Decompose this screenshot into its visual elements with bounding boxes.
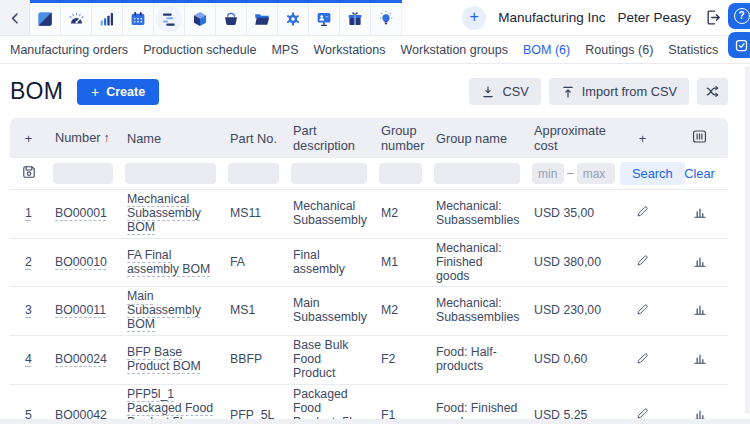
filter-group-number-input[interactable] (379, 163, 422, 184)
bom-number-link[interactable]: BO00024 (55, 352, 107, 366)
csv-export-button[interactable]: CSV (469, 78, 540, 105)
filter-number-input[interactable] (53, 163, 113, 184)
edit-row-button[interactable] (635, 204, 650, 219)
header-part-no[interactable]: Part No. (222, 118, 285, 158)
plus-icon: + (91, 86, 99, 98)
logout-icon (703, 8, 722, 27)
tab-statistics[interactable]: Statistics (668, 43, 718, 57)
header-part-no-label: Part No. (230, 131, 277, 146)
tab-mps[interactable]: MPS (271, 43, 298, 57)
tab-bom[interactable]: BOM (6) (523, 43, 570, 57)
filter-part-description-input[interactable] (291, 163, 367, 184)
page-title: BOM (10, 78, 63, 105)
help-button[interactable]: ? (728, 3, 750, 29)
module-calendar-button[interactable] (123, 3, 154, 35)
row-statistics-button[interactable] (692, 253, 708, 269)
header-number[interactable]: Number↑ (47, 118, 119, 158)
header-add-column-label: + (639, 131, 646, 146)
header-group-number-label: Group number (381, 123, 424, 153)
header-add-column[interactable]: + (614, 118, 671, 158)
production-planning-icon (160, 10, 178, 28)
calendar-icon (129, 10, 147, 28)
row-statistics-button[interactable] (692, 350, 708, 366)
module-rewards-button[interactable] (340, 3, 371, 35)
section-nav: Manufacturing orders Production schedule… (0, 36, 750, 64)
header-approximate-cost[interactable]: Approximate cost (526, 118, 614, 158)
part-no-cell: FA (222, 238, 285, 287)
lightbulb-icon (377, 10, 395, 28)
module-logo-button[interactable] (30, 3, 61, 35)
clear-button[interactable]: Clear (677, 167, 722, 181)
header-name[interactable]: Name (119, 118, 222, 158)
back-button[interactable] (0, 0, 30, 35)
topbar-account-area: + Manufacturing Inc Peter Peasy (462, 0, 750, 35)
module-settings-button[interactable] (278, 3, 309, 35)
row-statistics-button[interactable] (692, 204, 708, 220)
header-number-label: Number (55, 130, 101, 145)
shuffle-button[interactable] (697, 78, 728, 105)
pencil-icon (635, 302, 650, 317)
user-name[interactable]: Peter Peasy (617, 10, 691, 25)
logout-button[interactable] (703, 8, 722, 27)
company-name[interactable]: Manufacturing Inc (498, 10, 605, 25)
quick-add-button[interactable]: + (462, 6, 486, 30)
import-csv-button[interactable]: Import from CSV (549, 78, 689, 105)
row-chart-icon (692, 204, 708, 220)
module-stock-button[interactable] (185, 3, 216, 35)
tab-routings[interactable]: Routings (6) (585, 43, 653, 57)
module-tips-button[interactable] (371, 3, 402, 35)
row-statistics-button[interactable] (692, 301, 708, 317)
module-dashboard-button[interactable] (61, 3, 92, 35)
filter-name-input[interactable] (125, 163, 216, 184)
bom-name-link[interactable]: Main Subassembly BOM (127, 289, 201, 331)
bom-name-link[interactable]: Mechanical Subassembly BOM (127, 192, 201, 234)
module-production-planning-button[interactable] (154, 3, 185, 35)
save-filter-cell[interactable] (10, 158, 47, 190)
header-group-name[interactable]: Group name (428, 118, 526, 158)
checkbox-icon (734, 38, 749, 53)
header-cost-label: Approximate cost (534, 123, 606, 153)
row-index-link[interactable]: 3 (25, 303, 32, 317)
tasks-button[interactable] (728, 32, 750, 58)
page-bottom-strip (0, 419, 750, 424)
module-presentation-button[interactable] (309, 3, 340, 35)
module-procurement-button[interactable] (216, 3, 247, 35)
tab-workstations[interactable]: Workstations (314, 43, 386, 57)
tab-manufacturing-orders[interactable]: Manufacturing orders (10, 43, 128, 57)
bom-name-link[interactable]: BFP Base Product BOM (127, 345, 201, 373)
presentation-icon (315, 10, 333, 28)
cost-min-input[interactable] (532, 163, 564, 184)
module-crm-button[interactable] (247, 3, 278, 35)
edit-row-button[interactable] (635, 302, 650, 317)
bom-number-link[interactable]: BO00010 (55, 255, 107, 269)
header-add-row[interactable]: + (10, 118, 47, 158)
header-column-settings[interactable] (671, 118, 728, 158)
header-group-name-label: Group name (436, 131, 507, 146)
bom-number-link[interactable]: BO00001 (55, 206, 107, 220)
filter-group-name-input[interactable] (434, 163, 520, 184)
row-index-link[interactable]: 2 (25, 255, 32, 269)
app-logo-icon (36, 10, 54, 28)
tab-workstation-groups[interactable]: Workstation groups (401, 43, 508, 57)
create-button[interactable]: + Create (77, 79, 159, 105)
module-statistics-button[interactable] (92, 3, 123, 35)
filter-row: – Search Clear (10, 158, 728, 190)
header-part-description[interactable]: Part description (285, 118, 373, 158)
part-description-cell: Base Bulk Food Product (285, 336, 373, 385)
table-row: 4 BO00024 BFP Base Product BOM BBFP Base… (10, 336, 728, 385)
edit-row-button[interactable] (635, 351, 650, 366)
cost-cell: USD 230,00 (526, 287, 614, 336)
header-add-label: + (25, 131, 32, 146)
module-tiles (30, 0, 402, 35)
edit-row-button[interactable] (635, 253, 650, 268)
filter-part-no-input[interactable] (228, 163, 279, 184)
row-index-link[interactable]: 1 (25, 206, 32, 220)
row-index-link[interactable]: 4 (25, 352, 32, 366)
vertical-scrollbar[interactable] (745, 66, 750, 414)
header-group-number[interactable]: Group number (373, 118, 428, 158)
cost-max-input[interactable] (577, 163, 615, 184)
bom-number-link[interactable]: BO00011 (55, 303, 106, 317)
download-icon (481, 85, 495, 99)
bom-name-link[interactable]: FA Final assembly BOM (127, 248, 210, 276)
tab-production-schedule[interactable]: Production schedule (143, 43, 256, 57)
